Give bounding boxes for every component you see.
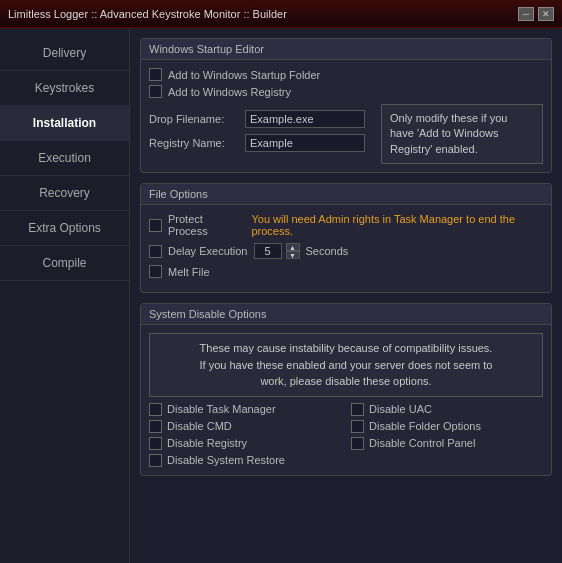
- system-disable-warning: These may cause instability because of c…: [149, 333, 543, 397]
- disable-task-manager-label: Disable Task Manager: [167, 403, 276, 415]
- registry-name-label: Registry Name:: [149, 137, 239, 149]
- sidebar-item-execution[interactable]: Execution: [0, 141, 129, 176]
- disable-uac-item: Disable UAC: [351, 403, 543, 416]
- disable-control-panel-label: Disable Control Panel: [369, 437, 475, 449]
- checkbox-disable-folder-options[interactable]: [351, 420, 364, 433]
- spinner-buttons: ▲ ▼: [286, 243, 300, 259]
- protect-process-row: Protect Process You will need Admin righ…: [149, 213, 543, 237]
- system-disable-header: System Disable Options: [141, 304, 551, 325]
- disable-system-restore-item: Disable System Restore: [149, 454, 341, 467]
- disable-registry-label: Disable Registry: [167, 437, 247, 449]
- system-disable-panel: System Disable Options These may cause i…: [140, 303, 552, 476]
- melt-file-row: Melt File: [149, 265, 543, 278]
- startup-folder-label: Add to Windows Startup Folder: [168, 69, 320, 81]
- delay-unit-label: Seconds: [306, 245, 349, 257]
- startup-note-box: Only modify these if you have 'Add to Wi…: [381, 104, 543, 164]
- sidebar-item-installation[interactable]: Installation: [0, 106, 129, 141]
- file-options-panel: File Options Protect Process You will ne…: [140, 183, 552, 293]
- registry-name-input[interactable]: [245, 134, 365, 152]
- file-options-header: File Options: [141, 184, 551, 205]
- minimize-button[interactable]: ─: [518, 7, 534, 21]
- delay-value-input[interactable]: [254, 243, 282, 259]
- title-text: Limitless Logger :: Advanced Keystroke M…: [8, 8, 287, 20]
- registry-name-row: Registry Name:: [149, 134, 365, 152]
- system-disable-body: These may cause instability because of c…: [141, 325, 551, 475]
- sidebar-item-compile[interactable]: Compile: [0, 246, 129, 281]
- startup-checkbox-row-1: Add to Windows Startup Folder: [149, 68, 543, 81]
- spinner-up-button[interactable]: ▲: [286, 243, 300, 251]
- delay-execution-label: Delay Execution: [168, 245, 248, 257]
- startup-editor-header: Windows Startup Editor: [141, 39, 551, 60]
- disable-folder-options-item: Disable Folder Options: [351, 420, 543, 433]
- checkbox-disable-task-manager[interactable]: [149, 403, 162, 416]
- title-bar: Limitless Logger :: Advanced Keystroke M…: [0, 0, 562, 28]
- disable-options-grid: Disable Task Manager Disable UAC Disable…: [149, 403, 543, 467]
- protect-process-label: Protect Process: [168, 213, 241, 237]
- sidebar-item-recovery[interactable]: Recovery: [0, 176, 129, 211]
- main-layout: Delivery Keystrokes Installation Executi…: [0, 28, 562, 563]
- sidebar-item-keystrokes[interactable]: Keystrokes: [0, 71, 129, 106]
- drop-filename-row: Drop Filename:: [149, 110, 365, 128]
- add-registry-label: Add to Windows Registry: [168, 86, 291, 98]
- drop-filename-input[interactable]: [245, 110, 365, 128]
- checkbox-protect-process[interactable]: [149, 219, 162, 232]
- close-button[interactable]: ✕: [538, 7, 554, 21]
- disable-cmd-item: Disable CMD: [149, 420, 341, 433]
- startup-editor-panel: Windows Startup Editor Add to Windows St…: [140, 38, 552, 173]
- startup-editor-body: Add to Windows Startup Folder Add to Win…: [141, 60, 551, 172]
- checkbox-startup-folder[interactable]: [149, 68, 162, 81]
- disable-folder-options-label: Disable Folder Options: [369, 420, 481, 432]
- protect-process-note: You will need Admin rights in Task Manag…: [251, 213, 543, 237]
- checkbox-disable-system-restore[interactable]: [149, 454, 162, 467]
- sidebar-item-delivery[interactable]: Delivery: [0, 36, 129, 71]
- drop-filename-label: Drop Filename:: [149, 113, 239, 125]
- disable-uac-label: Disable UAC: [369, 403, 432, 415]
- disable-cmd-label: Disable CMD: [167, 420, 232, 432]
- content-area: Windows Startup Editor Add to Windows St…: [130, 28, 562, 563]
- startup-checkbox-row-2: Add to Windows Registry: [149, 85, 543, 98]
- disable-registry-item: Disable Registry: [149, 437, 341, 450]
- melt-file-label: Melt File: [168, 266, 210, 278]
- sidebar-item-extra-options[interactable]: Extra Options: [0, 211, 129, 246]
- checkbox-delay-execution[interactable]: [149, 245, 162, 258]
- file-options-body: Protect Process You will need Admin righ…: [141, 205, 551, 292]
- delay-execution-row: Delay Execution ▲ ▼ Seconds: [149, 243, 543, 259]
- startup-fields-wrapper: Drop Filename: Registry Name: Only modif…: [149, 104, 543, 164]
- disable-task-manager-item: Disable Task Manager: [149, 403, 341, 416]
- checkbox-disable-registry[interactable]: [149, 437, 162, 450]
- startup-fields: Drop Filename: Registry Name:: [149, 104, 365, 152]
- checkbox-disable-uac[interactable]: [351, 403, 364, 416]
- disable-control-panel-item: Disable Control Panel: [351, 437, 543, 450]
- spinner-down-button[interactable]: ▼: [286, 251, 300, 259]
- checkbox-melt-file[interactable]: [149, 265, 162, 278]
- checkbox-add-registry[interactable]: [149, 85, 162, 98]
- checkbox-disable-cmd[interactable]: [149, 420, 162, 433]
- window-controls: ─ ✕: [518, 7, 554, 21]
- disable-system-restore-label: Disable System Restore: [167, 454, 285, 466]
- delay-spinner: ▲ ▼: [254, 243, 300, 259]
- sidebar: Delivery Keystrokes Installation Executi…: [0, 28, 130, 563]
- checkbox-disable-control-panel[interactable]: [351, 437, 364, 450]
